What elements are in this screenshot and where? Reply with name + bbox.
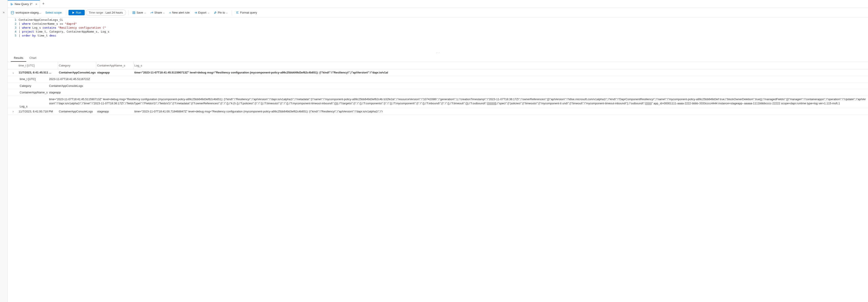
- chevron-down-icon: ⌄: [226, 11, 228, 14]
- workspace-picker[interactable]: workspace-stageg...: [9, 11, 42, 14]
- play-icon: [72, 11, 74, 14]
- pin-button[interactable]: Pin to ⌄: [212, 10, 229, 15]
- run-button[interactable]: Run: [68, 10, 85, 15]
- select-scope-link[interactable]: Select scope: [43, 11, 64, 14]
- expand-rail-icon[interactable]: »: [3, 10, 5, 302]
- query-editor[interactable]: 1 2 3 4 5 ContainerAppConsoleLogs_CL | w…: [8, 18, 868, 50]
- time-range-picker[interactable]: Time range : Last 24 hours: [86, 10, 126, 15]
- export-icon: [194, 11, 197, 14]
- plus-icon: +: [169, 11, 171, 14]
- col-header-app[interactable]: ContainerAppName_s: [96, 62, 133, 69]
- toolbar: workspace-stageg... Select scope Run Tim…: [8, 8, 868, 18]
- collapse-icon[interactable]: ⌄: [8, 71, 19, 74]
- table-row[interactable]: › 11/7/2023, 6:41:00.718 PM ContainerApp…: [8, 108, 868, 115]
- chevron-down-icon: ⌄: [163, 11, 165, 14]
- export-button[interactable]: Export ⌄: [192, 10, 211, 15]
- close-icon[interactable]: ×: [35, 2, 37, 6]
- left-rail: »: [0, 0, 8, 302]
- separator: [66, 10, 66, 15]
- svg-point-0: [11, 11, 14, 12]
- detail-row: ContainerAppName_s stageapp: [8, 89, 868, 96]
- time-range-value: Last 24 hours: [105, 11, 123, 14]
- results-grid: time_t [UTC] Category ContainerAppName_s…: [8, 62, 868, 302]
- save-button[interactable]: Save ⌄: [131, 10, 148, 15]
- tab-label: New Query 1*: [15, 2, 32, 6]
- pin-icon: [214, 11, 217, 14]
- save-icon: [132, 11, 135, 14]
- time-range-label: Time range :: [89, 11, 105, 14]
- format-icon: [236, 11, 239, 14]
- format-query-button[interactable]: Format query: [234, 10, 259, 15]
- tab-chart[interactable]: Chart: [26, 55, 39, 62]
- col-header-category[interactable]: Category: [58, 62, 96, 69]
- detail-row: Category ContainerAppConsoleLogs: [8, 83, 868, 90]
- expand-icon[interactable]: ›: [8, 110, 19, 113]
- code-area[interactable]: ContainerAppConsoleLogs_CL | where Conta…: [19, 18, 868, 50]
- workspace-icon: [11, 11, 14, 14]
- query-tabs: New Query 1* × +: [8, 0, 868, 8]
- chevron-down-icon: ⌄: [208, 11, 209, 14]
- share-icon: [150, 11, 153, 14]
- add-tab-button[interactable]: +: [40, 2, 47, 6]
- run-label: Run: [76, 11, 81, 14]
- query-icon: [10, 3, 13, 6]
- detail-row: Log_s time="2023-11-07T18:41:45.51159071…: [8, 96, 868, 108]
- tab-new-query-1[interactable]: New Query 1* ×: [8, 0, 40, 8]
- results-tabs: Results Chart: [8, 55, 868, 62]
- grid-header: time_t [UTC] Category ContainerAppName_s…: [8, 62, 868, 69]
- col-header-time[interactable]: time_t [UTC]: [19, 62, 58, 69]
- table-row[interactable]: ⌄ 11/7/2023, 6:41:45.511 ... ContainerAp…: [8, 69, 868, 76]
- col-header-log[interactable]: Log_s: [133, 62, 868, 69]
- chevron-down-icon: ⌄: [144, 11, 146, 14]
- share-button[interactable]: Share ⌄: [149, 10, 167, 15]
- workspace-label: workspace-stageg...: [16, 11, 41, 14]
- splitter-handle[interactable]: · · ·: [8, 50, 868, 55]
- line-gutter: 1 2 3 4 5: [8, 18, 19, 50]
- tab-results[interactable]: Results: [11, 55, 26, 62]
- new-alert-button[interactable]: + New alert rule: [167, 10, 191, 15]
- detail-row: time_t [UTC] 2023-11-07T18:41:45.5116722…: [8, 76, 868, 83]
